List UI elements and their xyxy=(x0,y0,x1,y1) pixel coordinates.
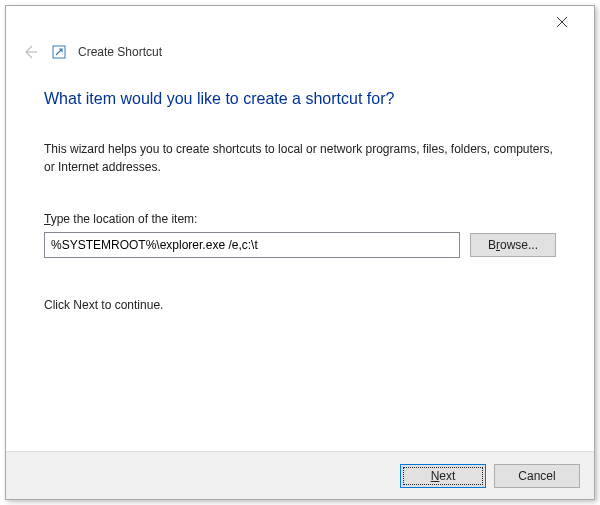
location-label: Type the location of the item: xyxy=(44,212,556,226)
cancel-button[interactable]: Cancel xyxy=(494,464,580,488)
next-button[interactable]: Next xyxy=(400,464,486,488)
description-text: This wizard helps you to create shortcut… xyxy=(44,140,556,176)
continue-text: Click Next to continue. xyxy=(44,298,556,312)
location-input[interactable] xyxy=(44,232,460,258)
shortcut-icon xyxy=(52,45,66,59)
content-area: What item would you like to create a sho… xyxy=(6,72,594,312)
dialog-title: Create Shortcut xyxy=(78,45,162,59)
close-button[interactable] xyxy=(542,8,582,36)
footer: Next Cancel xyxy=(6,451,594,499)
browse-button[interactable]: Browse... xyxy=(470,233,556,257)
header-row: Create Shortcut xyxy=(6,38,594,72)
create-shortcut-dialog: Create Shortcut What item would you like… xyxy=(5,5,595,500)
back-arrow-icon xyxy=(22,44,38,60)
close-icon xyxy=(557,17,567,27)
back-button[interactable] xyxy=(20,42,40,62)
input-row: Browse... xyxy=(44,232,556,258)
titlebar xyxy=(6,6,594,38)
instruction-heading: What item would you like to create a sho… xyxy=(44,90,556,108)
